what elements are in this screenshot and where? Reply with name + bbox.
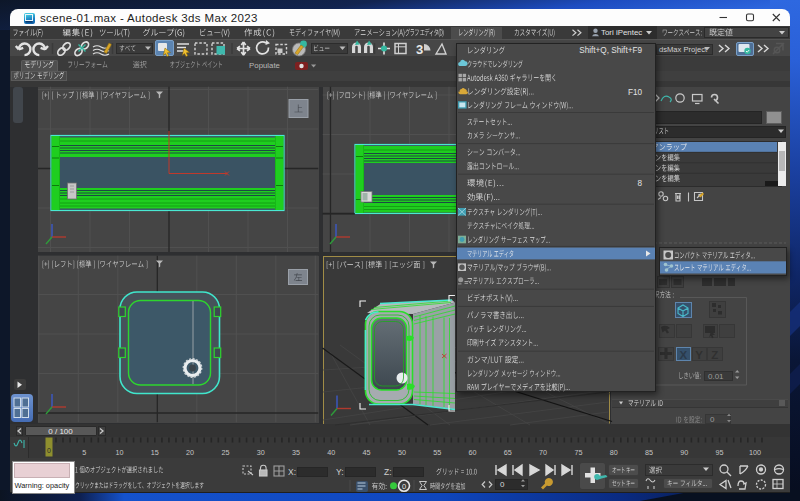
svg-text:Z:: Z: <box>384 467 392 477</box>
svg-text:Tori iPentec: Tori iPentec <box>601 28 642 37</box>
svg-text:F10: F10 <box>628 88 643 97</box>
svg-text:Shift+Q, Shift+F9: Shift+Q, Shift+F9 <box>579 46 642 55</box>
svg-text:scene-01.max - Autodesk 3ds Ma: scene-01.max - Autodesk 3ds Max 2023 <box>40 12 258 24</box>
svg-text:Warning: opacity: Warning: opacity <box>15 481 70 490</box>
svg-text:Populate: Populate <box>249 61 280 70</box>
svg-text:0: 0 <box>402 482 406 491</box>
svg-text:Y:: Y: <box>336 467 344 477</box>
svg-text:0: 0 <box>500 480 505 489</box>
svg-text:8: 8 <box>637 179 642 188</box>
svg-text:0 / 100: 0 / 100 <box>48 427 73 436</box>
svg-text:X:: X: <box>288 467 296 477</box>
